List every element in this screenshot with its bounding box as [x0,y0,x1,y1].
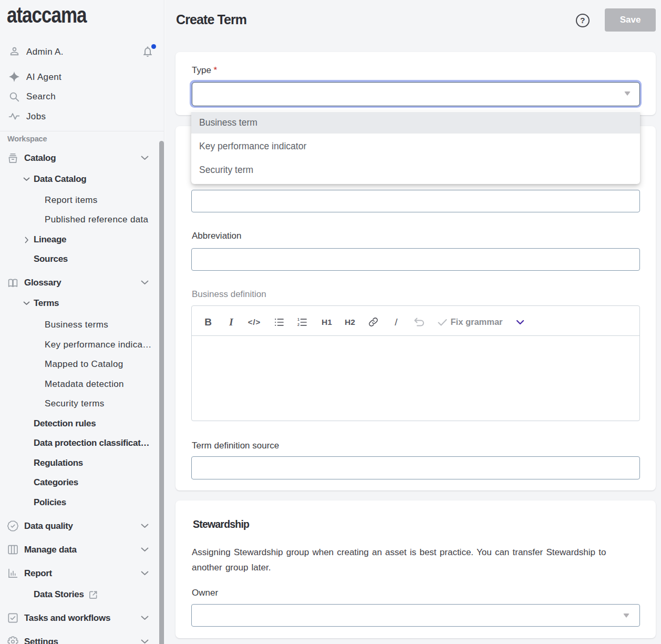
svg-text:1: 1 [297,318,299,321]
svg-text:2: 2 [297,323,299,326]
